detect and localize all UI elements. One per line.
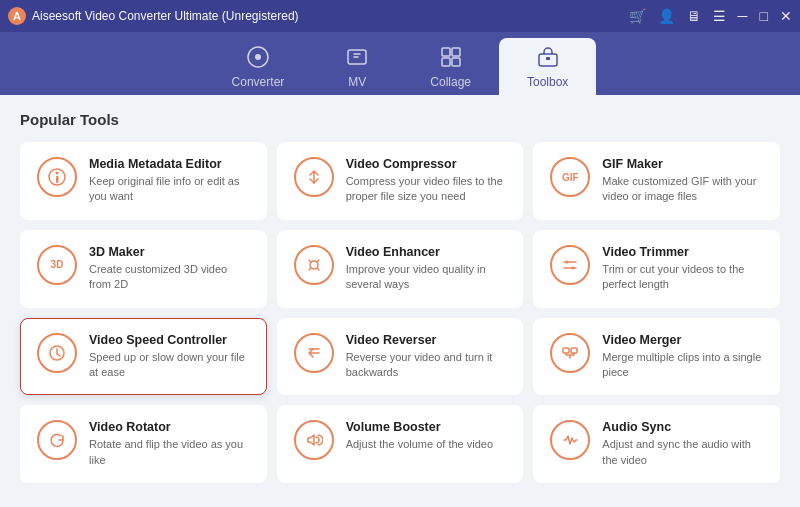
converter-icon [247,46,269,71]
tool-desc-video-compressor: Compress your video files to the proper … [346,174,509,205]
svg-text:A: A [13,10,21,22]
tool-card-video-speed-controller[interactable]: Video Speed Controller Speed up or slow … [20,318,267,396]
tool-name-volume-booster: Volume Booster [346,420,509,434]
titlebar: A Aiseesoft Video Converter Ultimate (Un… [0,0,800,32]
tool-name-media-metadata: Media Metadata Editor [89,157,252,171]
tool-icon-video-reverser [294,333,334,373]
svg-point-11 [56,172,59,175]
menu-icon[interactable]: ☰ [713,8,726,24]
tab-toolbox-label: Toolbox [527,75,568,89]
tool-info-video-trimmer: Video Trimmer Trim or cut your videos to… [602,245,765,293]
cart-icon[interactable]: 🛒 [629,8,646,24]
tool-info-gif-maker: GIF Maker Make customized GIF with your … [602,157,765,205]
tool-info-video-compressor: Video Compressor Compress your video fil… [346,157,509,205]
monitor-icon[interactable]: 🖥 [687,8,701,24]
section-title: Popular Tools [20,111,780,128]
tool-icon-3d-maker: 3D [37,245,77,285]
tool-name-video-enhancer: Video Enhancer [346,245,509,259]
svg-point-3 [255,54,261,60]
tool-info-video-speed: Video Speed Controller Speed up or slow … [89,333,252,381]
tool-info-video-merger: Video Merger Merge multiple clips into a… [602,333,765,381]
tool-name-gif-maker: GIF Maker [602,157,765,171]
tool-card-volume-booster[interactable]: Volume Booster Adjust the volume of the … [277,405,524,483]
tool-icon-audio-sync [550,420,590,460]
tool-name-video-reverser: Video Reverser [346,333,509,347]
tool-icon-video-compressor [294,157,334,197]
app-title: Aiseesoft Video Converter Ultimate (Unre… [32,9,629,23]
tool-desc-media-metadata: Keep original file info or edit as you w… [89,174,252,205]
tool-info-audio-sync: Audio Sync Adjust and sync the audio wit… [602,420,765,468]
svg-rect-12 [56,176,59,183]
svg-rect-8 [452,58,460,66]
tab-converter[interactable]: Converter [204,38,313,95]
close-icon[interactable]: ✕ [780,8,792,24]
tool-info-video-enhancer: Video Enhancer Improve your video qualit… [346,245,509,293]
svg-rect-6 [452,48,460,56]
main-content: Popular Tools Media Metadata Editor Keep… [0,95,800,507]
tool-desc-volume-booster: Adjust the volume of the video [346,437,509,452]
window-controls: 🛒 👤 🖥 ☰ ─ □ ✕ [629,8,792,24]
tool-desc-video-enhancer: Improve your video quality in several wa… [346,262,509,293]
minimize-icon[interactable]: ─ [738,8,748,24]
mv-icon [346,46,368,71]
tool-card-video-rotator[interactable]: Video Rotator Rotate and flip the video … [20,405,267,483]
tool-desc-video-reverser: Reverse your video and turn it backwards [346,350,509,381]
tool-icon-volume-booster [294,420,334,460]
tab-toolbox[interactable]: Toolbox [499,38,596,95]
tool-name-video-merger: Video Merger [602,333,765,347]
tool-icon-video-enhancer [294,245,334,285]
tool-desc-video-speed: Speed up or slow down your file at ease [89,350,252,381]
svg-point-15 [566,260,569,263]
svg-rect-7 [442,58,450,66]
tool-card-video-compressor[interactable]: Video Compressor Compress your video fil… [277,142,524,220]
tool-icon-video-trimmer [550,245,590,285]
tool-card-video-trimmer[interactable]: Video Trimmer Trim or cut your videos to… [533,230,780,308]
tool-name-3d-maker: 3D Maker [89,245,252,259]
tab-mv-label: MV [348,75,366,89]
tool-icon-video-rotator [37,420,77,460]
tab-mv[interactable]: MV [312,38,402,95]
tool-card-media-metadata-editor[interactable]: Media Metadata Editor Keep original file… [20,142,267,220]
tool-icon-media-metadata [37,157,77,197]
tool-icon-gif-maker: GIF [550,157,590,197]
app-logo: A [8,7,26,25]
toolbox-icon [537,46,559,71]
tool-card-gif-maker[interactable]: GIF GIF Maker Make customized GIF with y… [533,142,780,220]
svg-rect-5 [442,48,450,56]
tool-card-audio-sync[interactable]: Audio Sync Adjust and sync the audio wit… [533,405,780,483]
svg-rect-10 [546,57,550,60]
tools-grid: Media Metadata Editor Keep original file… [20,142,780,483]
tool-info-video-rotator: Video Rotator Rotate and flip the video … [89,420,252,468]
tool-desc-video-trimmer: Trim or cut your videos to the perfect l… [602,262,765,293]
maximize-icon[interactable]: □ [760,8,768,24]
tab-collage[interactable]: Collage [402,38,499,95]
tool-card-video-reverser[interactable]: Video Reverser Reverse your video and tu… [277,318,524,396]
tab-converter-label: Converter [232,75,285,89]
tool-icon-video-merger [550,333,590,373]
tool-desc-3d-maker: Create customized 3D video from 2D [89,262,252,293]
navbar: Converter MV Collage [0,32,800,95]
svg-point-16 [572,266,575,269]
tool-info-volume-booster: Volume Booster Adjust the volume of the … [346,420,509,452]
tool-name-audio-sync: Audio Sync [602,420,765,434]
tool-name-video-trimmer: Video Trimmer [602,245,765,259]
tool-name-video-rotator: Video Rotator [89,420,252,434]
tool-name-video-compressor: Video Compressor [346,157,509,171]
tab-collage-label: Collage [430,75,471,89]
tool-info-3d-maker: 3D Maker Create customized 3D video from… [89,245,252,293]
tool-card-video-enhancer[interactable]: Video Enhancer Improve your video qualit… [277,230,524,308]
tool-desc-video-merger: Merge multiple clips into a single piece [602,350,765,381]
tool-card-3d-maker[interactable]: 3D 3D Maker Create customized 3D video f… [20,230,267,308]
user-icon[interactable]: 👤 [658,8,675,24]
tool-card-video-merger[interactable]: Video Merger Merge multiple clips into a… [533,318,780,396]
tool-info-video-reverser: Video Reverser Reverse your video and tu… [346,333,509,381]
tool-desc-video-rotator: Rotate and flip the video as you like [89,437,252,468]
tool-desc-gif-maker: Make customized GIF with your video or i… [602,174,765,205]
tool-name-video-speed: Video Speed Controller [89,333,252,347]
tool-icon-video-speed [37,333,77,373]
tool-desc-audio-sync: Adjust and sync the audio with the video [602,437,765,468]
collage-icon [440,46,462,71]
tool-info-media-metadata: Media Metadata Editor Keep original file… [89,157,252,205]
